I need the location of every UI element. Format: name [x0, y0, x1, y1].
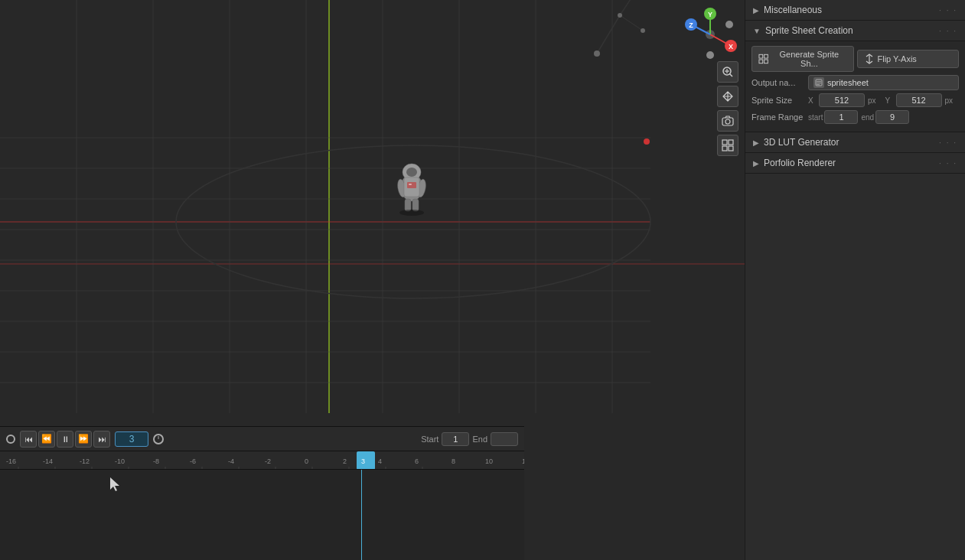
- svg-point-37: [618, 13, 622, 18]
- sprite-controls: Generate Sprite Sh... Flip Y-Axis Output…: [745, 41, 965, 132]
- right-panel: ▶ Miscellaneous · · · ▼ Sprite Sheet Cre…: [745, 0, 965, 560]
- svg-marker-98: [110, 477, 119, 491]
- generate-row: Generate Sprite Sh... Flip Y-Axis: [751, 46, 959, 72]
- svg-text:12: 12: [522, 457, 524, 465]
- viewport-3d[interactable]: X Y Z: [0, 0, 745, 560]
- svg-rect-62: [729, 146, 733, 151]
- misc-section-header[interactable]: ▶ Miscellaneous · · ·: [745, 0, 965, 21]
- start-label: Start: [421, 435, 438, 444]
- frame-range-label: Frame Range: [751, 112, 805, 122]
- svg-rect-74: [357, 451, 375, 469]
- svg-rect-31: [409, 184, 412, 185]
- timeline[interactable]: ⏮ ⏪ ⏸ ⏩ ⏭ 3 Start End: [0, 426, 524, 560]
- playhead: [361, 470, 362, 560]
- zoom-tool-btn[interactable]: [717, 61, 738, 83]
- range-end-input[interactable]: [875, 110, 909, 124]
- prev-frame-btn[interactable]: ⏪: [38, 431, 55, 448]
- output-value-box[interactable]: spritesheet: [808, 75, 959, 90]
- sprite-sheet-section: ▼ Sprite Sheet Creation · · · Generate S…: [745, 21, 965, 132]
- next-frame-btn[interactable]: ⏩: [75, 431, 92, 448]
- sync-icon[interactable]: [6, 435, 15, 444]
- misc-arrow: ▶: [753, 6, 759, 15]
- svg-text:-4: -4: [228, 457, 234, 465]
- flip-y-axis-btn[interactable]: Flip Y-Axis: [857, 50, 960, 68]
- sprite-size-row: Sprite Size X px Y px: [751, 93, 959, 107]
- clock-icon: [153, 434, 164, 444]
- svg-text:-16: -16: [6, 457, 16, 465]
- portfolio-section-header[interactable]: ▶ Porfolio Renderer · · ·: [745, 153, 965, 174]
- svg-point-38: [641, 28, 645, 33]
- sprite-size-x-input[interactable]: [819, 93, 865, 107]
- sprite-size-x-field: X px: [808, 93, 876, 107]
- svg-rect-60: [729, 140, 733, 145]
- lut-arrow: ▶: [753, 138, 759, 147]
- svg-text:-2: -2: [265, 457, 271, 465]
- portfolio-label: Porfolio Renderer: [764, 158, 836, 168]
- start-key: start: [808, 113, 823, 122]
- svg-text:Y: Y: [708, 11, 712, 18]
- svg-rect-100: [765, 54, 768, 58]
- svg-point-24: [406, 168, 417, 177]
- play-pause-btn[interactable]: ⏸: [57, 431, 73, 448]
- timeline-tracks[interactable]: [0, 470, 524, 560]
- end-value[interactable]: [491, 432, 518, 446]
- svg-point-40: [644, 138, 650, 145]
- svg-rect-59: [722, 140, 727, 145]
- cursor-icon: [107, 477, 122, 493]
- jump-end-btn[interactable]: ⏭: [93, 431, 110, 448]
- svg-point-32: [399, 210, 424, 216]
- transport-controls: ⏮ ⏪ ⏸ ⏩ ⏭: [20, 431, 110, 448]
- frame-range-fields: start end: [808, 110, 909, 124]
- viewport-gizmo[interactable]: X Y Z: [683, 8, 737, 61]
- svg-text:6: 6: [415, 457, 419, 465]
- svg-text:3: 3: [361, 457, 365, 465]
- svg-text:X: X: [729, 43, 733, 50]
- y-unit: px: [945, 96, 954, 105]
- timeline-start-end: Start End: [421, 432, 518, 446]
- timeline-header: ⏮ ⏪ ⏸ ⏩ ⏭ 3 Start End: [0, 427, 524, 451]
- generate-sprite-btn[interactable]: Generate Sprite Sh...: [751, 46, 854, 72]
- viewport-toolbar: [717, 61, 738, 156]
- lut-dots: · · ·: [939, 138, 957, 147]
- end-key: end: [861, 113, 874, 122]
- svg-text:-6: -6: [190, 457, 196, 465]
- svg-text:8: 8: [452, 457, 455, 465]
- start-value[interactable]: [442, 432, 469, 446]
- pan-tool-btn[interactable]: [717, 86, 738, 107]
- portfolio-dots: · · ·: [939, 159, 957, 168]
- x-axis-label: X: [808, 96, 817, 105]
- svg-text:0: 0: [305, 457, 308, 465]
- output-row: Output na... spritesheet: [751, 75, 959, 90]
- svg-text:-12: -12: [80, 457, 90, 465]
- svg-rect-27: [405, 199, 411, 211]
- misc-label: Miscellaneous: [764, 5, 822, 15]
- svg-rect-28: [412, 199, 419, 211]
- svg-point-51: [706, 51, 714, 59]
- timeline-ruler: -16 -14 -12 -10 -8 -6 -4 -2 0 2 3 4: [0, 451, 524, 470]
- grid-tool-btn[interactable]: [717, 135, 738, 156]
- lut-section-header[interactable]: ▶ 3D LUT Generator · · ·: [745, 132, 965, 153]
- svg-point-36: [594, 50, 600, 57]
- svg-text:-10: -10: [115, 457, 125, 465]
- end-label: End: [472, 435, 487, 444]
- svg-text:4: 4: [378, 457, 382, 465]
- sprite-size-y-input[interactable]: [896, 93, 942, 107]
- x-unit: px: [868, 96, 876, 105]
- svg-rect-61: [722, 146, 727, 151]
- sprite-size-y-field: Y px: [885, 93, 954, 107]
- svg-text:2: 2: [343, 457, 347, 465]
- svg-text:-14: -14: [43, 457, 53, 465]
- sprite-size-label: Sprite Size: [751, 96, 805, 105]
- sprite-sheet-header[interactable]: ▼ Sprite Sheet Creation · · ·: [745, 21, 965, 41]
- output-file-icon: [813, 77, 824, 88]
- range-start-input[interactable]: [824, 110, 858, 124]
- svg-rect-99: [759, 54, 763, 58]
- current-frame[interactable]: 3: [115, 431, 148, 447]
- range-start-field: start: [808, 110, 858, 124]
- svg-rect-30: [407, 182, 416, 188]
- jump-start-btn[interactable]: ⏮: [20, 431, 37, 448]
- camera-tool-btn[interactable]: [717, 110, 738, 132]
- svg-text:-8: -8: [153, 457, 159, 465]
- sprite-dots: · · ·: [939, 27, 957, 35]
- output-value-text: spritesheet: [827, 78, 869, 87]
